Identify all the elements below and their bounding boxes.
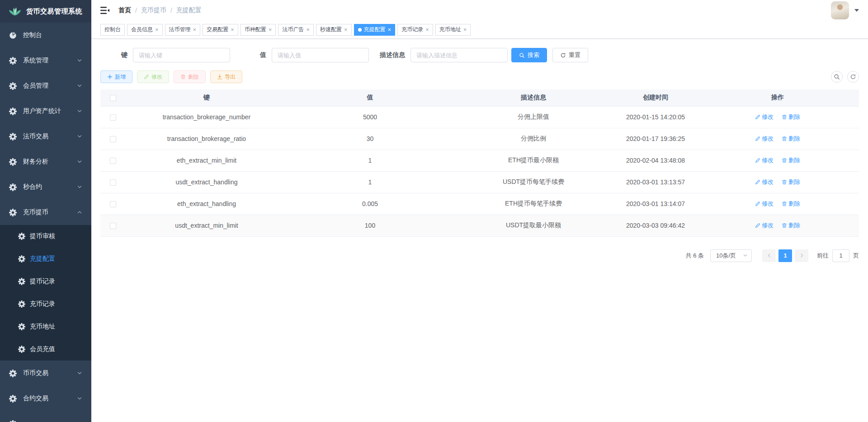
page-number-current[interactable]: 1	[778, 249, 792, 262]
value-label: 值	[239, 51, 266, 59]
tab-deposit-address[interactable]: 充币地址 ×	[435, 24, 471, 36]
sidebar-item-withdraw-records[interactable]: 提币记录	[0, 270, 91, 293]
page-size-select[interactable]: 10条/页	[710, 249, 752, 262]
row-checkbox[interactable]	[110, 158, 116, 164]
row-edit-link[interactable]: 修改	[755, 156, 774, 164]
next-page-button[interactable]	[795, 249, 808, 262]
close-icon[interactable]: ×	[306, 27, 310, 33]
dashboard-icon	[9, 32, 17, 39]
tab-fiat-ad[interactable]: 法币广告 ×	[278, 24, 314, 36]
reset-button[interactable]: 重置	[552, 48, 588, 62]
tab-deposit-records[interactable]: 充币记录 ×	[397, 24, 433, 36]
tab-member-info[interactable]: 会员信息 ×	[127, 24, 163, 36]
row-delete-link[interactable]: 删除	[782, 221, 800, 230]
sidebar-item-coin-trade[interactable]: 币币交易	[0, 361, 91, 386]
close-icon[interactable]: ×	[344, 27, 348, 33]
add-button[interactable]: 新增	[100, 70, 132, 83]
column-header-desc: 描述信息	[452, 89, 615, 106]
row-delete-link[interactable]: 删除	[782, 156, 800, 164]
sidebar-item-finance-analysis[interactable]: 财务分析	[0, 149, 91, 174]
row-delete-link[interactable]: 删除	[782, 200, 800, 208]
breadcrumb: 首页 / 充币提币 / 充提配置	[118, 6, 202, 14]
breadcrumb-home[interactable]: 首页	[118, 6, 131, 14]
sidebar-item-member-recharge[interactable]: 会员充值	[0, 338, 91, 361]
row-edit-link[interactable]: 修改	[755, 200, 774, 208]
close-icon[interactable]: ×	[269, 27, 272, 33]
config-table: 键 值 描述信息 创建时间 操作 transaction_brokerage_n…	[100, 89, 859, 237]
row-delete-link[interactable]: 删除	[782, 135, 800, 143]
prev-page-button[interactable]	[762, 249, 776, 262]
table-search-toggle-button[interactable]	[831, 71, 843, 83]
sidebar-item-second-contract[interactable]: 秒合约	[0, 174, 91, 200]
close-icon[interactable]: ×	[231, 27, 234, 33]
value-input[interactable]	[272, 48, 369, 62]
tab-trade-config[interactable]: 交易配置 ×	[203, 24, 238, 36]
tab-console[interactable]: 控制台	[100, 24, 125, 36]
row-delete-link[interactable]: 删除	[782, 178, 800, 186]
close-icon[interactable]: ×	[425, 27, 429, 33]
sidebar-item-fiat-trade[interactable]: 法币交易	[0, 124, 91, 149]
row-checkbox[interactable]	[110, 201, 116, 207]
gear-icon	[9, 82, 17, 90]
sidebar-item-label: 会员管理	[23, 82, 48, 90]
row-edit-link[interactable]: 修改	[755, 178, 774, 186]
table-row: usdt_extract_min_limit 100 USDT提取最小限额 20…	[100, 215, 859, 236]
row-edit-link[interactable]: 修改	[755, 113, 774, 121]
cell-key: usdt_extract_min_limit	[125, 215, 288, 236]
trash-icon	[180, 74, 186, 80]
sidebar-item-system-mgmt[interactable]: 系统管理	[0, 48, 91, 73]
caret-down-icon[interactable]	[854, 9, 859, 12]
hamburger-icon[interactable]	[100, 6, 109, 14]
export-button[interactable]: 导出	[210, 70, 242, 83]
leaf-logo-icon	[8, 6, 22, 17]
goto-page-input[interactable]	[832, 249, 849, 262]
row-checkbox[interactable]	[110, 114, 116, 121]
edit-button[interactable]: 修改	[137, 70, 169, 83]
key-input[interactable]	[133, 48, 230, 62]
sidebar-item-partial[interactable]	[0, 411, 91, 422]
search-icon	[834, 74, 840, 80]
table-header-row: 键 值 描述信息 创建时间 操作	[100, 89, 859, 106]
tab-deposit-withdraw-config[interactable]: 充提配置 ×	[354, 24, 396, 36]
row-checkbox[interactable]	[110, 136, 116, 142]
row-checkbox[interactable]	[110, 223, 116, 229]
chevron-down-icon	[77, 83, 82, 89]
desc-input[interactable]	[410, 48, 508, 62]
pagination-total: 共 6 条	[686, 252, 704, 260]
sidebar-item-withdraw-review[interactable]: 提币审核	[0, 225, 91, 248]
pencil-icon	[144, 74, 149, 80]
gear-icon	[9, 420, 17, 422]
sidebar-item-deposit-withdraw[interactable]: 充币提币	[0, 200, 91, 225]
tab-fiat-mgmt[interactable]: 法币管理 ×	[165, 24, 201, 36]
tab-second-config[interactable]: 秒速配置 ×	[316, 24, 352, 36]
chevron-down-icon	[743, 253, 748, 258]
row-edit-link[interactable]: 修改	[755, 221, 774, 230]
sidebar-item-deposit-withdraw-config[interactable]: 充提配置	[0, 248, 91, 270]
desc-label: 描述信息	[378, 51, 405, 59]
close-icon[interactable]: ×	[463, 27, 467, 33]
tabs-bar: 控制台 会员信息 × 法币管理 × 交易配置 × 币种配置 × 法币广告 ×	[91, 21, 868, 39]
row-checkbox[interactable]	[110, 179, 116, 186]
row-edit-link[interactable]: 修改	[755, 135, 774, 143]
sidebar-item-contract-trade[interactable]: 合约交易	[0, 386, 91, 411]
sidebar-item-label: 充币地址	[30, 323, 55, 331]
close-icon[interactable]: ×	[388, 27, 392, 33]
search-button[interactable]: 搜索	[511, 48, 547, 62]
close-icon[interactable]: ×	[155, 27, 159, 33]
tab-coin-config[interactable]: 币种配置 ×	[241, 24, 276, 36]
sidebar-item-deposit-address[interactable]: 充币地址	[0, 315, 91, 338]
gear-icon	[18, 278, 25, 285]
delete-button[interactable]: 删除	[174, 70, 206, 83]
sidebar-item-console[interactable]: 控制台	[0, 23, 91, 48]
row-delete-link[interactable]: 删除	[782, 113, 800, 121]
sidebar-item-deposit-records[interactable]: 充币记录	[0, 293, 91, 315]
table-refresh-button[interactable]	[847, 71, 859, 83]
goto-label: 前往	[817, 252, 829, 260]
select-all-checkbox[interactable]	[110, 95, 116, 101]
close-icon[interactable]: ×	[193, 27, 197, 33]
sidebar-item-member-mgmt[interactable]: 会员管理	[0, 73, 91, 98]
gear-icon	[18, 300, 25, 308]
user-avatar[interactable]	[831, 1, 849, 19]
sidebar-item-user-assets[interactable]: 用户资产统计	[0, 98, 91, 124]
search-button-label: 搜索	[528, 51, 539, 59]
